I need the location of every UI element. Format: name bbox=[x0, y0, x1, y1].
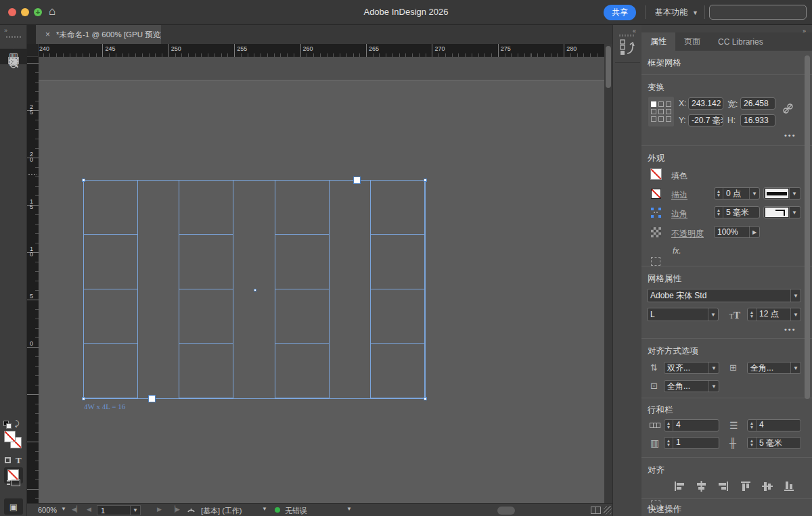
justification-dropdown[interactable]: 双齐... ▼ bbox=[664, 362, 719, 374]
chevron-right-icon[interactable]: ▶ bbox=[749, 227, 759, 237]
panel-scrollbar-thumb[interactable] bbox=[805, 55, 810, 399]
chevron-down-icon[interactable]: ▼ bbox=[708, 362, 719, 373]
align-right-button[interactable] bbox=[717, 481, 729, 492]
zoom-level-dropdown-icon[interactable]: ▼ bbox=[61, 506, 66, 512]
collapsed-panel-button[interactable] bbox=[615, 33, 640, 63]
spread-view-icon[interactable] bbox=[591, 507, 601, 514]
first-page-button[interactable]: ◀▏ bbox=[72, 506, 81, 513]
align-left-button[interactable] bbox=[674, 481, 685, 492]
frame-grid-object[interactable] bbox=[83, 180, 426, 399]
grid-size-stepper[interactable]: ▲▼ 12 点 ▼ bbox=[747, 308, 801, 321]
chevron-down-icon[interactable]: ▼ bbox=[749, 188, 759, 199]
fill-swatch-none[interactable] bbox=[4, 431, 16, 442]
last-page-button[interactable]: ▕▶ bbox=[171, 506, 180, 513]
stroke-weight-stepper[interactable]: ▲▼ 0 点 ▼ bbox=[714, 187, 760, 200]
chevron-down-icon[interactable]: ▼ bbox=[789, 188, 799, 199]
stepper-arrows-icon[interactable]: ▲▼ bbox=[664, 438, 673, 448]
swap-fill-stroke-icon[interactable]: ⤸ bbox=[15, 419, 20, 428]
toolbar-expand-icon[interactable]: ›› bbox=[4, 27, 7, 34]
grid-font-dropdown[interactable]: Adobe 宋体 Std ▼ bbox=[647, 289, 801, 302]
next-page-button[interactable]: ▶ bbox=[157, 506, 162, 513]
constrain-proportions-unlinked-icon[interactable] bbox=[782, 103, 794, 114]
zoom-level-value[interactable]: 600% bbox=[38, 506, 57, 514]
corner-label[interactable]: 边角 bbox=[671, 208, 687, 220]
align-top-button[interactable] bbox=[740, 481, 752, 492]
zoom-tool[interactable] bbox=[0, 55, 27, 71]
document-vertical-scrollbar[interactable] bbox=[604, 44, 612, 503]
workspace-switcher[interactable]: 基本功能 ▼ bbox=[655, 7, 698, 18]
chevron-down-icon[interactable]: ▼ bbox=[708, 308, 718, 321]
fx-effects-button[interactable]: fx. bbox=[673, 246, 681, 256]
grid-character-count-handle[interactable] bbox=[353, 177, 361, 184]
stroke-label[interactable]: 描边 bbox=[671, 189, 687, 201]
x-field[interactable]: 243.142 bbox=[688, 97, 723, 110]
object-style-icon[interactable] bbox=[651, 257, 660, 266]
chevron-down-icon[interactable]: ▼ bbox=[790, 308, 800, 321]
scrollbar-thumb[interactable] bbox=[606, 46, 611, 88]
y-field[interactable]: -20.7 毫米 bbox=[688, 114, 723, 126]
grid-more-options[interactable]: ••• bbox=[784, 325, 796, 333]
selection-handle-top-left[interactable] bbox=[82, 179, 85, 182]
preflight-preset-label[interactable]: [基本] (工作) bbox=[201, 506, 242, 516]
characters-stepper[interactable]: ▲▼ 4 bbox=[664, 419, 719, 431]
opacity-label[interactable]: 不透明度 bbox=[671, 228, 704, 239]
fill-stroke-swatches[interactable] bbox=[4, 431, 24, 451]
pasteboard[interactable]: 4W x 4L = 16 bbox=[39, 57, 604, 503]
horizontal-scrollbar-thumb[interactable] bbox=[497, 507, 515, 515]
tab-properties[interactable]: 属性 bbox=[641, 32, 675, 51]
grid-style-dropdown[interactable]: L ▼ bbox=[647, 308, 719, 321]
preflight-status-text[interactable]: 无错误 bbox=[285, 506, 307, 516]
share-button[interactable]: 共享 bbox=[604, 5, 636, 20]
character-alignment-dropdown[interactable]: 全角... ▼ bbox=[747, 362, 801, 374]
toolbar-grip[interactable] bbox=[6, 36, 21, 38]
page-number-field[interactable]: 1 ▼ bbox=[97, 505, 141, 515]
page-dropdown-icon[interactable]: ▼ bbox=[130, 506, 140, 515]
vertical-ruler[interactable]: 2520151050 bbox=[27, 57, 39, 503]
screen-mode-button[interactable]: ▣ bbox=[4, 498, 23, 515]
horizontal-ruler[interactable]: 240245250255260265270275280 bbox=[39, 44, 604, 57]
ruler-origin-box[interactable] bbox=[27, 44, 39, 57]
stepper-arrows-icon[interactable]: ▲▼ bbox=[748, 438, 757, 448]
stepper-arrows-icon[interactable]: ▲▼ bbox=[715, 207, 723, 218]
grid-alignment-dropdown[interactable]: 全角... ▼ bbox=[664, 380, 719, 392]
grid-line-count-handle[interactable] bbox=[148, 395, 156, 402]
chevron-down-icon[interactable]: ▼ bbox=[790, 362, 800, 373]
stroke-style-dropdown[interactable]: ▼ bbox=[763, 187, 801, 200]
document-tab[interactable]: × *未命名-1 @ 600% [GPU 预览] bbox=[36, 25, 172, 44]
height-field[interactable]: 16.933 bbox=[740, 114, 775, 126]
corner-style-dropdown[interactable]: ▼ bbox=[763, 206, 801, 218]
lines-stepper[interactable]: ▲▼ 4 bbox=[747, 419, 801, 431]
corner-radius-stepper[interactable]: ▲▼ 5 毫米 bbox=[714, 206, 760, 218]
preflight-gauge-icon[interactable] bbox=[187, 505, 196, 514]
window-resize-grip[interactable] bbox=[604, 506, 612, 515]
stepper-arrows-icon[interactable]: ▲▼ bbox=[748, 308, 757, 321]
stroke-color-swatch[interactable] bbox=[651, 189, 661, 199]
preset-dropdown-icon[interactable]: ▼ bbox=[262, 506, 267, 512]
center-point-handle[interactable] bbox=[254, 289, 256, 291]
selection-handle-bottom-right[interactable] bbox=[424, 397, 427, 400]
tab-close-icon[interactable]: × bbox=[45, 30, 50, 39]
align-center-vertical-button[interactable] bbox=[762, 481, 773, 492]
view-options-icon[interactable] bbox=[7, 479, 20, 489]
columns-stepper[interactable]: ▲▼ 1 bbox=[664, 437, 719, 449]
fill-color-swatch[interactable] bbox=[650, 168, 662, 180]
stepper-arrows-icon[interactable]: ▲▼ bbox=[664, 420, 673, 431]
align-center-horizontal-button[interactable] bbox=[696, 481, 707, 492]
chevron-down-icon[interactable]: ▼ bbox=[790, 289, 800, 302]
stepper-arrows-icon[interactable]: ▲▼ bbox=[748, 420, 757, 431]
panel-collapse-icon[interactable]: ›› bbox=[803, 28, 805, 34]
tab-pages[interactable]: 页面 bbox=[675, 32, 709, 51]
default-fill-stroke-icon[interactable]: ⤸ bbox=[3, 419, 24, 429]
width-field[interactable]: 26.458 bbox=[740, 97, 775, 110]
error-dropdown-icon[interactable]: ▼ bbox=[346, 506, 352, 512]
previous-page-button[interactable]: ◀ bbox=[87, 506, 91, 513]
opacity-field[interactable]: 100% ▶ bbox=[714, 226, 760, 238]
chevron-down-icon[interactable]: ▼ bbox=[708, 381, 719, 392]
chevron-down-icon[interactable]: ▼ bbox=[789, 207, 799, 218]
stepper-arrows-icon[interactable]: ▲▼ bbox=[715, 188, 723, 199]
search-input[interactable] bbox=[709, 5, 807, 20]
gutter-stepper[interactable]: ▲▼ 5 毫米 bbox=[747, 437, 801, 449]
selection-handle-bottom-left[interactable] bbox=[82, 397, 85, 400]
align-bottom-button[interactable] bbox=[784, 481, 795, 492]
formatting-affects-text-toggle[interactable]: T bbox=[16, 455, 22, 466]
